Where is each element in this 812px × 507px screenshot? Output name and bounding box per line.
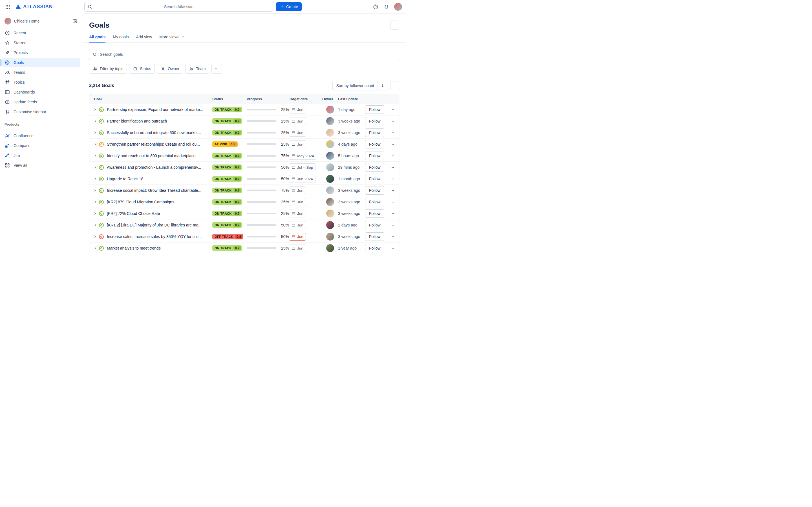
follow-button[interactable]: Follow bbox=[365, 105, 384, 114]
follow-button[interactable]: Follow bbox=[365, 140, 384, 149]
row-menu-button[interactable] bbox=[387, 154, 397, 158]
target-date-chip[interactable]: Jul – Sep bbox=[289, 163, 315, 171]
create-button[interactable]: Create bbox=[276, 2, 302, 11]
row-menu-button[interactable] bbox=[387, 200, 397, 205]
filter-more-button[interactable] bbox=[211, 64, 222, 73]
atlassian-logo[interactable]: ATLASSIAN bbox=[15, 3, 53, 10]
row-menu-button[interactable] bbox=[387, 130, 397, 135]
target-date-chip[interactable]: Jun bbox=[289, 186, 306, 194]
sort-direction-button[interactable] bbox=[377, 81, 387, 90]
owner-avatar[interactable] bbox=[326, 186, 334, 194]
target-date-chip[interactable]: Jun bbox=[289, 221, 306, 229]
column-header-progress[interactable]: Progress bbox=[247, 97, 289, 101]
row-menu-button[interactable] bbox=[387, 119, 397, 124]
follow-button[interactable]: Follow bbox=[365, 198, 384, 206]
owner-avatar[interactable] bbox=[326, 175, 334, 183]
goal-title[interactable]: [KR2] 879 Cloud Migration Campaigns bbox=[107, 196, 212, 208]
row-menu-button[interactable] bbox=[387, 177, 397, 181]
goal-title[interactable]: Successfully onboard and integrate 500 n… bbox=[107, 127, 212, 138]
collapse-sidebar-icon[interactable] bbox=[72, 18, 78, 24]
bell-icon[interactable] bbox=[384, 4, 389, 10]
expand-row-chevron-icon[interactable] bbox=[92, 246, 99, 250]
goal-title[interactable]: Increase sales: Increase sales by 350% Y… bbox=[107, 231, 212, 242]
owner-avatar[interactable] bbox=[326, 106, 334, 114]
owner-avatar[interactable] bbox=[326, 117, 334, 125]
sidebar-item-topics[interactable]: Topics bbox=[2, 77, 80, 87]
sort-control[interactable]: Sort by follower count bbox=[333, 81, 388, 91]
owner-avatar[interactable] bbox=[326, 210, 334, 217]
expand-row-chevron-icon[interactable] bbox=[92, 119, 99, 123]
follow-button[interactable]: Follow bbox=[365, 152, 384, 160]
row-menu-button[interactable] bbox=[387, 211, 397, 216]
follow-button[interactable]: Follow bbox=[365, 221, 384, 229]
tab-add-view[interactable]: Add view bbox=[136, 35, 152, 42]
target-date-chip[interactable]: Jun bbox=[289, 106, 306, 114]
column-header-target-date[interactable]: Target date bbox=[289, 97, 322, 101]
owner-avatar[interactable] bbox=[326, 163, 334, 171]
row-menu-button[interactable] bbox=[387, 165, 397, 170]
expand-row-chevron-icon[interactable] bbox=[92, 223, 99, 227]
sidebar-item-recent[interactable]: Recent bbox=[2, 28, 80, 38]
owner-avatar[interactable] bbox=[326, 233, 334, 240]
follow-button[interactable]: Follow bbox=[365, 175, 384, 183]
target-date-chip[interactable]: Jun bbox=[289, 117, 306, 125]
row-menu-button[interactable] bbox=[387, 246, 397, 251]
target-date-chip[interactable]: Jun bbox=[289, 210, 306, 217]
target-date-chip[interactable]: Jun bbox=[289, 233, 306, 240]
goal-title[interactable]: Upgrade to React 18 bbox=[107, 173, 212, 184]
owner-avatar[interactable] bbox=[326, 140, 334, 148]
help-icon[interactable] bbox=[373, 4, 378, 10]
target-date-chip[interactable]: Jun bbox=[289, 129, 306, 136]
goal-title[interactable]: Strengthen partner relationships: Create… bbox=[107, 138, 212, 150]
follow-button[interactable]: Follow bbox=[365, 163, 384, 172]
goal-title[interactable]: Identify and reach out to 800 potential … bbox=[107, 150, 212, 161]
target-date-chip[interactable]: Jun bbox=[289, 244, 306, 252]
row-menu-button[interactable] bbox=[387, 107, 397, 112]
sidebar-item-view-all[interactable]: View all bbox=[2, 161, 80, 170]
sidebar-item-confluence[interactable]: Confluence bbox=[2, 131, 80, 140]
goal-title[interactable]: [KR2] 72% Cloud Choice Rate bbox=[107, 208, 212, 219]
goal-title[interactable]: Partner identification and outreach bbox=[107, 115, 212, 127]
owner-avatar[interactable] bbox=[326, 129, 334, 136]
column-header-goal[interactable]: Goal bbox=[92, 97, 212, 101]
global-search-input[interactable]: Search Atlassian bbox=[84, 2, 273, 11]
column-header-owner[interactable]: Owner bbox=[322, 97, 338, 101]
sidebar-item-teams[interactable]: Teams bbox=[2, 68, 80, 77]
row-menu-button[interactable] bbox=[387, 188, 397, 193]
goal-title[interactable]: Partnership expansion: Expand our networ… bbox=[107, 104, 212, 115]
follow-button[interactable]: Follow bbox=[365, 186, 384, 194]
target-date-chip[interactable]: Jun bbox=[289, 140, 306, 148]
owner-avatar[interactable] bbox=[326, 152, 334, 160]
expand-row-chevron-icon[interactable] bbox=[92, 177, 99, 181]
owner-avatar[interactable] bbox=[326, 221, 334, 229]
owner-avatar[interactable] bbox=[326, 198, 334, 206]
sidebar-item-projects[interactable]: Projects bbox=[2, 48, 80, 57]
sidebar-item-dashboards[interactable]: Dashboards bbox=[2, 87, 80, 97]
sidebar-item-goals[interactable]: Goals bbox=[2, 58, 80, 67]
tab-my-goals[interactable]: My goals bbox=[113, 35, 129, 42]
follow-button[interactable]: Follow bbox=[365, 128, 384, 137]
expand-row-chevron-icon[interactable] bbox=[92, 200, 99, 204]
column-header-last-update[interactable]: Last update bbox=[338, 97, 365, 101]
expand-row-chevron-icon[interactable] bbox=[92, 165, 99, 170]
row-menu-button[interactable] bbox=[387, 142, 397, 147]
goal-title[interactable]: Increase social impact: Grow Idea Thread… bbox=[107, 185, 212, 196]
sidebar-item-jira[interactable]: Jira bbox=[2, 151, 80, 160]
owner-avatar[interactable] bbox=[326, 244, 334, 252]
sidebar-item-compass[interactable]: Compass bbox=[2, 141, 80, 151]
sidebar-item-update-feeds[interactable]: Update feeds bbox=[2, 97, 80, 107]
goal-title[interactable]: Awareness and promotion - Launch a compr… bbox=[107, 162, 212, 173]
target-date-chip[interactable]: May 2024 bbox=[289, 152, 316, 160]
user-avatar[interactable] bbox=[394, 3, 402, 11]
configure-columns-button[interactable] bbox=[390, 81, 399, 90]
goal-title[interactable]: Market analysis to meet trends bbox=[107, 242, 212, 253]
target-date-chip[interactable]: Jun bbox=[289, 198, 306, 206]
expand-row-chevron-icon[interactable] bbox=[92, 130, 99, 135]
expand-row-chevron-icon[interactable] bbox=[92, 211, 99, 216]
follow-button[interactable]: Follow bbox=[365, 232, 384, 241]
expand-row-chevron-icon[interactable] bbox=[92, 154, 99, 158]
row-menu-button[interactable] bbox=[387, 223, 397, 228]
filter-team[interactable]: Team bbox=[185, 64, 209, 73]
app-grid-icon[interactable] bbox=[4, 3, 11, 10]
follow-button[interactable]: Follow bbox=[365, 209, 384, 218]
